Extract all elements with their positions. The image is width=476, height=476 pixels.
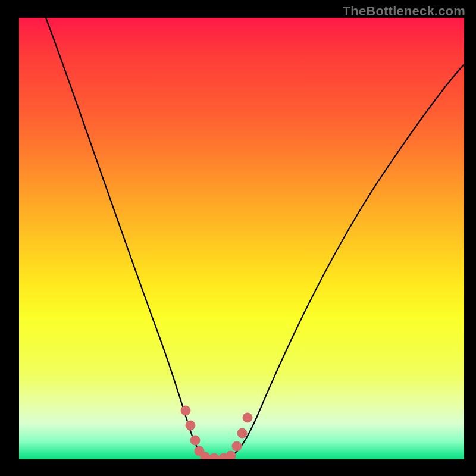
svg-point-2	[190, 436, 200, 445]
svg-point-9	[237, 428, 247, 438]
plot-area	[19, 18, 464, 459]
svg-point-1	[186, 421, 195, 430]
curve-layer	[19, 18, 464, 459]
watermark-text: TheBottleneck.com	[343, 4, 465, 19]
svg-point-10	[243, 413, 252, 422]
svg-point-8	[232, 441, 242, 451]
svg-point-5	[209, 453, 219, 459]
svg-point-0	[181, 406, 190, 415]
svg-point-7	[226, 451, 236, 459]
chart-frame: TheBottleneck.com	[0, 0, 476, 476]
svg-point-4	[201, 452, 210, 459]
bottleneck-curve	[46, 18, 464, 458]
